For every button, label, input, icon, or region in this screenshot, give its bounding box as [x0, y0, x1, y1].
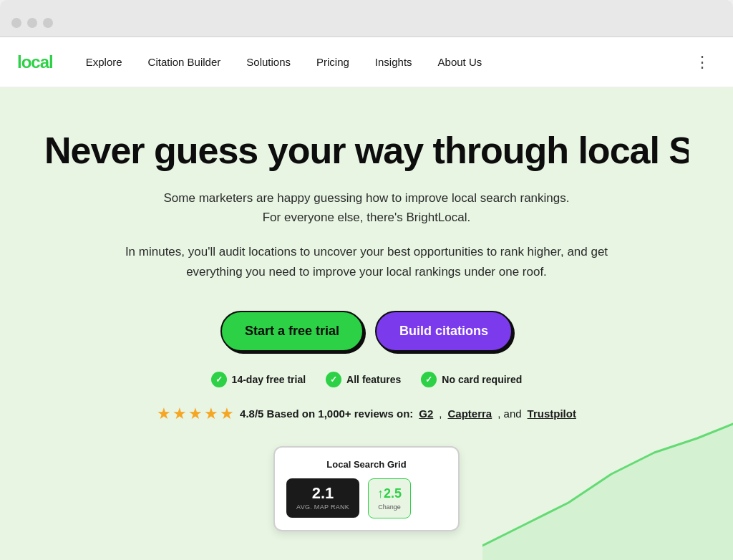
trust-label-trial: 14-day free trial — [232, 374, 306, 385]
hero-body-text: In minutes, you'll audit locations to un… — [123, 242, 610, 282]
check-icon-card: ✓ — [421, 372, 437, 387]
rating-separator-1: , — [439, 407, 442, 420]
nav-explore[interactable]: Explore — [76, 50, 132, 74]
nav-insights[interactable]: Insights — [365, 50, 422, 74]
trust-badges: ✓ 14-day free trial ✓ All features ✓ No … — [211, 372, 523, 387]
star-1: ★ — [157, 405, 171, 423]
nav-right: ⋮ — [689, 50, 716, 74]
nav-menu-icon[interactable]: ⋮ — [689, 50, 716, 74]
g2-link[interactable]: G2 — [419, 407, 433, 420]
widget-metrics: 2.1 Avg. Map Rank ↑2.5 Change — [286, 478, 447, 518]
trust-badge-trial: ✓ 14-day free trial — [211, 372, 306, 387]
browser-dot-red — [11, 18, 21, 28]
logo[interactable]: local — [17, 52, 53, 72]
cta-group: Start a free trial Build citations — [220, 311, 513, 352]
svg-marker-0 — [482, 424, 733, 560]
local-search-grid-widget: Local Search Grid 2.1 Avg. Map Rank ↑2.5… — [273, 446, 460, 531]
change-metric: ↑2.5 Change — [368, 478, 411, 518]
change-label: Change — [377, 503, 402, 511]
nav-pricing[interactable]: Pricing — [306, 50, 359, 74]
rating-score: 4.8/5 Based on 1,000+ reviews on: — [240, 407, 413, 420]
change-value: ↑2.5 — [377, 486, 402, 501]
build-citations-button[interactable]: Build citations — [375, 311, 513, 352]
nav-links: Explore Citation Builder Solutions Prici… — [76, 50, 492, 74]
trust-label-card: No card required — [442, 374, 522, 385]
star-5: ★ — [220, 405, 234, 423]
nav-about-us[interactable]: About Us — [428, 50, 492, 74]
check-icon-trial: ✓ — [211, 372, 227, 387]
trust-label-features: All features — [346, 374, 401, 385]
website-content: local Explore Citation Builder Solutions… — [0, 37, 733, 560]
avg-map-rank-value: 2.1 — [296, 486, 349, 501]
star-4: ★ — [204, 405, 218, 423]
browser-dot-green — [43, 18, 53, 28]
avg-map-rank-metric: 2.1 Avg. Map Rank — [286, 478, 359, 518]
avg-map-rank-label: Avg. Map Rank — [296, 503, 349, 511]
main-nav: local Explore Citation Builder Solutions… — [0, 37, 733, 87]
hero-headline: Never guess your way through local SEO a — [44, 130, 689, 171]
browser-chrome — [0, 0, 733, 37]
trust-badge-card: ✓ No card required — [421, 372, 522, 387]
check-icon-features: ✓ — [326, 372, 341, 387]
hero-section: Never guess your way through local SEO a… — [0, 87, 733, 560]
browser-dot-yellow — [27, 18, 37, 28]
nav-citation-builder[interactable]: Citation Builder — [138, 50, 231, 74]
widget-title: Local Search Grid — [286, 459, 447, 470]
trend-chart — [482, 417, 733, 560]
trust-badge-features: ✓ All features — [326, 372, 401, 387]
start-trial-button[interactable]: Start a free trial — [220, 311, 364, 352]
nav-solutions[interactable]: Solutions — [236, 50, 301, 74]
widget-row: Local Search Grid 2.1 Avg. Map Rank ↑2.5… — [29, 446, 704, 531]
star-rating: ★ ★ ★ ★ ★ — [157, 405, 234, 423]
hero-subtext: Some marketers are happy guessing how to… — [164, 188, 570, 227]
star-3: ★ — [188, 405, 203, 423]
star-2: ★ — [173, 405, 187, 423]
